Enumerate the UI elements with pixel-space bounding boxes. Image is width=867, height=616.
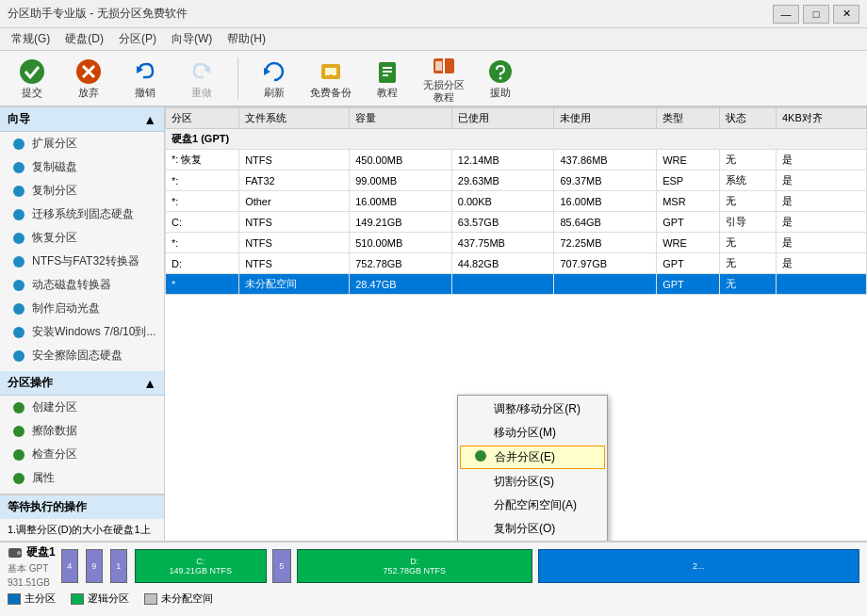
sidebar-check-label: 检查分区 bbox=[32, 446, 77, 462]
legend-primary-label: 主分区 bbox=[25, 592, 56, 606]
menu-normal[interactable]: 常规(G) bbox=[4, 29, 57, 49]
disk-part-d-size: 752.78GB NTFS bbox=[383, 566, 446, 575]
table-row[interactable]: D: NTFS 752.78GB 44.82GB 707.97GB GPT 无 … bbox=[166, 253, 867, 274]
cell-status: 无 bbox=[719, 274, 776, 295]
menu-bar: 常规(G) 硬盘(D) 分区(P) 向导(W) 帮助(H) bbox=[0, 28, 867, 51]
cell-status: 无 bbox=[719, 191, 776, 212]
sidebar-migrate-label: 迁移系统到固态硬盘 bbox=[32, 206, 134, 222]
legend-row: 主分区 逻辑分区 未分配空间 bbox=[0, 590, 867, 608]
disk-part-c[interactable]: C: 149.21GB NTFS bbox=[135, 549, 267, 583]
menu-help[interactable]: 帮助(H) bbox=[220, 29, 273, 49]
disk-part-c-size: 149.21GB NTFS bbox=[169, 566, 232, 575]
disk-part-unalloc[interactable]: 2... bbox=[538, 549, 859, 583]
ctx-merge-label: 合并分区(E) bbox=[495, 449, 555, 465]
sidebar-item-migrate[interactable]: 迁移系统到固态硬盘 bbox=[0, 203, 164, 226]
partition-table: 分区 文件系统 容量 已使用 未使用 类型 状态 4KB对齐 硬盘1 (GPT)… bbox=[165, 107, 867, 295]
sidebar-item-restore[interactable]: 恢复分区 bbox=[0, 226, 164, 250]
ntfs-fat-icon bbox=[11, 254, 26, 269]
refresh-button[interactable]: 刷新 bbox=[250, 54, 299, 103]
legend-logical: 逻辑分区 bbox=[71, 592, 129, 606]
cell-align: 是 bbox=[776, 150, 866, 170]
ctx-merge[interactable]: 合并分区(E) bbox=[460, 446, 605, 469]
sidebar-item-copy-disk[interactable]: 复制磁盘 bbox=[0, 155, 164, 179]
ctx-allocate[interactable]: 分配空闲空间(A) bbox=[458, 494, 607, 517]
cell-used: 0.00KB bbox=[451, 191, 554, 212]
sidebar-item-properties[interactable]: 属性 bbox=[0, 466, 164, 490]
legend-unalloc-label: 未分配空间 bbox=[161, 592, 213, 606]
table-row[interactable]: *: 恢复 NTFS 450.00MB 12.14MB 437.86MB WRE… bbox=[166, 150, 867, 170]
partition-tutorial-label: 无损分区教程 bbox=[422, 79, 466, 104]
menu-wizard[interactable]: 向导(W) bbox=[164, 29, 220, 49]
partition-tutorial-button[interactable]: 无损分区教程 bbox=[419, 54, 468, 103]
table-row-selected[interactable]: * 未分配空间 28.47GB GPT 无 bbox=[166, 274, 867, 295]
cell-status: 无 bbox=[719, 233, 776, 253]
disk-part-9[interactable]: 9 bbox=[86, 549, 103, 583]
table-row[interactable]: *: FAT32 99.00MB 29.63MB 69.37MB ESP 系统 … bbox=[166, 170, 867, 191]
sidebar-item-ntfs-fat[interactable]: NTFS与FAT32转换器 bbox=[0, 250, 164, 273]
backup-label: 免费备份 bbox=[310, 87, 352, 99]
assistance-icon bbox=[487, 57, 514, 87]
cell-align: 是 bbox=[776, 191, 866, 212]
abandon-button[interactable]: 放弃 bbox=[64, 54, 113, 103]
ctx-move[interactable]: 移动分区(M) bbox=[458, 421, 607, 445]
sidebar-wizard-header: 向导 ▲ bbox=[0, 107, 164, 132]
tutorial-button[interactable]: 教程 bbox=[363, 54, 412, 103]
cell-capacity: 510.00MB bbox=[350, 233, 452, 253]
disk-part-4[interactable]: 4 bbox=[61, 549, 78, 583]
menu-disk[interactable]: 硬盘(D) bbox=[57, 29, 111, 49]
assistance-button[interactable]: 援助 bbox=[476, 54, 525, 103]
dynamic-icon bbox=[11, 278, 26, 293]
sidebar-item-bootdisk[interactable]: 制作启动光盘 bbox=[0, 297, 164, 320]
cell-capacity: 16.00MB bbox=[350, 191, 452, 212]
svg-rect-8 bbox=[325, 68, 336, 75]
ctx-split[interactable]: 切割分区(S) bbox=[458, 470, 607, 494]
sidebar-item-create[interactable]: 创建分区 bbox=[0, 396, 164, 419]
migrate-icon bbox=[11, 207, 26, 222]
close-button[interactable]: ✕ bbox=[833, 5, 859, 24]
table-row[interactable]: C: NTFS 149.21GB 63.57GB 85.64GB GPT 引导 … bbox=[166, 212, 867, 233]
sidebar-item-check[interactable]: 检查分区 bbox=[0, 443, 164, 466]
cell-status: 系统 bbox=[719, 170, 776, 191]
abandon-icon bbox=[75, 57, 102, 87]
ctx-copy-partition[interactable]: 复制分区(O) bbox=[458, 517, 607, 541]
maximize-button[interactable]: □ bbox=[803, 5, 829, 24]
erase-icon bbox=[11, 424, 26, 439]
table-row[interactable]: *: Other 16.00MB 0.00KB 16.00MB MSR 无 是 bbox=[166, 191, 867, 212]
legend-primary-box bbox=[8, 593, 21, 605]
disk-part-1[interactable]: 1 bbox=[110, 549, 127, 583]
disk-part-d[interactable]: D: 752.78GB NTFS bbox=[297, 549, 532, 583]
sidebar-erase-label: 擦除数据 bbox=[32, 423, 77, 439]
sidebar-item-erase[interactable]: 擦除数据 bbox=[0, 419, 164, 443]
backup-button[interactable]: 免费备份 bbox=[306, 54, 355, 103]
ctx-resize[interactable]: 调整/移动分区(R) bbox=[458, 397, 607, 421]
disk-part-5[interactable]: 5 bbox=[272, 549, 291, 583]
assistance-label: 援助 bbox=[490, 87, 511, 99]
sidebar-copy-disk-label: 复制磁盘 bbox=[32, 159, 77, 175]
menu-partition[interactable]: 分区(P) bbox=[111, 29, 164, 49]
submit-button[interactable]: 提交 bbox=[8, 54, 57, 103]
sidebar-operations-collapse-icon[interactable]: ▲ bbox=[143, 376, 156, 391]
redo-button[interactable]: 重做 bbox=[177, 54, 226, 103]
legend-unalloc: 未分配空间 bbox=[144, 592, 213, 606]
cell-align bbox=[776, 274, 866, 295]
undo-icon bbox=[132, 57, 158, 87]
svg-point-32 bbox=[13, 473, 25, 484]
svg-point-29 bbox=[13, 402, 25, 413]
cell-unused: 69.37MB bbox=[554, 170, 657, 191]
sidebar-item-copy-partition[interactable]: 复制分区 bbox=[0, 179, 164, 203]
cell-align: 是 bbox=[776, 253, 866, 274]
cell-type: ESP bbox=[657, 170, 720, 191]
ctx-split-label: 切割分区(S) bbox=[494, 474, 554, 490]
sidebar-item-extend[interactable]: 扩展分区 bbox=[0, 132, 164, 155]
svg-point-20 bbox=[13, 162, 25, 173]
minimize-button[interactable]: — bbox=[773, 5, 799, 24]
sidebar-item-install-win[interactable]: 安装Windows 7/8/10到... bbox=[0, 320, 164, 344]
sidebar-wizard-collapse-icon[interactable]: ▲ bbox=[143, 112, 156, 127]
svg-point-23 bbox=[13, 233, 25, 244]
table-row[interactable]: *: NTFS 510.00MB 437.75MB 72.25MB WRE 无 … bbox=[166, 233, 867, 253]
cell-fs: 未分配空间 bbox=[239, 274, 350, 295]
sidebar-item-erase-ssd[interactable]: 安全擦除固态硬盘 bbox=[0, 344, 164, 367]
sidebar-item-dynamic[interactable]: 动态磁盘转换器 bbox=[0, 273, 164, 297]
undo-button[interactable]: 撤销 bbox=[121, 54, 170, 103]
check-icon bbox=[11, 447, 26, 462]
